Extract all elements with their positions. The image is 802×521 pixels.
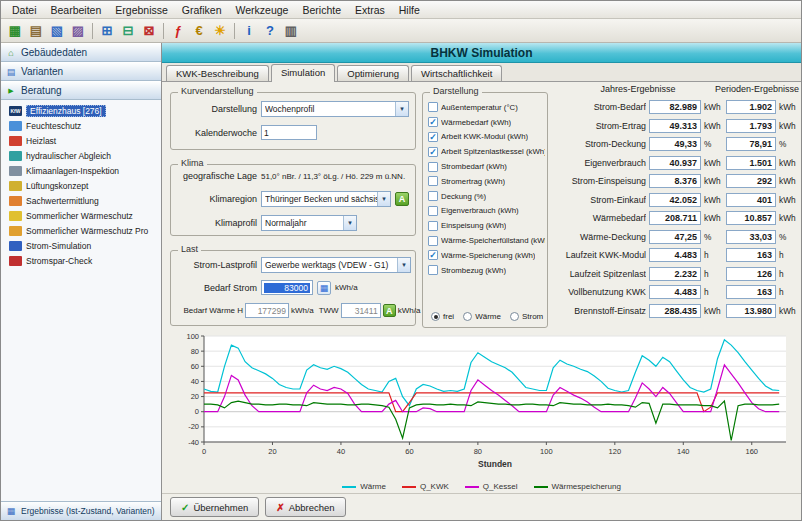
grid-icon[interactable]: ▦	[5, 21, 25, 41]
checkbox-box	[428, 102, 438, 112]
tree-item-sommerlicher-w-rmeschutz[interactable]: Sommerlicher Wärmeschutz	[1, 208, 161, 223]
jahres-value: 4.483	[649, 248, 701, 262]
info-icon[interactable]: i	[239, 21, 259, 41]
klimaregion-assistant-button[interactable]: A	[395, 192, 409, 206]
window-tile-icon[interactable]: ⊟	[118, 21, 138, 41]
window-new-icon[interactable]: ⊞	[97, 21, 117, 41]
tww-assistant-button[interactable]: A	[383, 304, 396, 317]
perioden-row-eigenverbrauch: 1.501kWh	[726, 154, 802, 173]
apply-button[interactable]: ✓ Übernehmen	[170, 497, 259, 517]
help-icon[interactable]: ?	[260, 21, 280, 41]
result-unit: kWh	[779, 121, 799, 131]
sun-icon[interactable]: ☀	[210, 21, 230, 41]
euro-icon[interactable]: €	[189, 21, 209, 41]
checkbox-arbeit-kwk-modul-kwh[interactable]: ✓Arbeit KWK-Modul (kWh)	[428, 130, 545, 145]
legend-item-w-rmespeicherung: Wärmespeicherung	[534, 482, 621, 491]
sidebar-section-varianten[interactable]: ▤ Varianten	[1, 62, 161, 81]
menu-item-berichte[interactable]: Berichte	[295, 3, 348, 17]
result-unit: kWh	[704, 213, 724, 223]
variant-icon	[9, 121, 22, 131]
jahres-value: 40.937	[649, 156, 701, 170]
function-icon[interactable]: ƒ	[168, 21, 188, 41]
cabinet-icon[interactable]: ▤	[26, 21, 46, 41]
menu-item-ergebnisse[interactable]: Ergebnisse	[108, 3, 175, 17]
checkbox-stromertrag-kwh[interactable]: Stromertrag (kWh)	[428, 174, 545, 189]
klimaprofil-value: Normaljahr	[265, 218, 343, 228]
sidebar-section-ergebnisse[interactable]: ▦ Ergebnisse (Ist-Zustand, Varianten)	[1, 501, 161, 520]
menu-item-grafiken[interactable]: Grafiken	[175, 3, 229, 17]
perioden-row-brennstoff-einsatz: 13.980kWh	[726, 302, 802, 321]
checkbox-deckung[interactable]: Deckung (%)	[428, 189, 545, 204]
tab-wirtschaftlichkeit[interactable]: Wirtschaftlichkeit	[411, 65, 502, 81]
jahres-row-eigenverbrauch: Eigenverbrauch40.937kWh	[552, 154, 724, 173]
chevron-down-icon: ▾	[395, 102, 408, 116]
bhkw-panel: BHKW Simulation KWK-BeschreibungSimulati…	[162, 43, 801, 520]
bedarf-waerme-input[interactable]: 177299	[245, 303, 289, 318]
tab-kwk-beschreibung[interactable]: KWK-Beschreibung	[166, 65, 269, 81]
checkbox-w-rme-speicherung-kwh[interactable]: ✓Wärme-Speicherung (kWh)	[428, 248, 545, 263]
checkbox-arbeit-spitzenlastkessel-kwh[interactable]: ✓Arbeit Spitzenlastkessel (kWh)	[428, 144, 545, 159]
value-table-icon[interactable]: ▦	[317, 281, 331, 295]
checkbox-w-rmebedarf-kwh[interactable]: ✓Wärmebedarf (kWh)	[428, 115, 545, 130]
darstellung-select[interactable]: Wochenprofil ▾	[261, 101, 409, 117]
jahres-rows: Strom-Bedarf82.989kWhStrom-Ertrag49.313k…	[552, 98, 724, 320]
klimaprofil-select[interactable]: Normaljahr ▾	[261, 215, 357, 231]
tww-input[interactable]: 31411	[341, 303, 381, 318]
app-window: DateiBearbeitenErgebnisseGrafikenWerkzeu…	[0, 0, 802, 521]
radio-w-rme[interactable]: Wärme	[463, 312, 501, 321]
menu-item-datei[interactable]: Datei	[5, 3, 44, 17]
tree-item-klimaanlagen-inspektion[interactable]: Klimaanlagen-Inspektion	[1, 163, 161, 178]
strom-lastprofil-select[interactable]: Gewerbe werktags (VDEW - G1) ▾	[261, 257, 411, 273]
variant-icon	[9, 166, 22, 176]
chart-legend: WärmeQ_KWKQ_KesselWärmespeicherung	[342, 480, 621, 493]
tree-item-stromspar-check[interactable]: Stromspar-Check	[1, 253, 161, 268]
checkbox-strombezug-kwh[interactable]: Strombezug (kWh)	[428, 263, 545, 278]
bedarf-strom-input[interactable]: 83000	[261, 280, 313, 295]
window-close-icon[interactable]: ⊠	[139, 21, 159, 41]
checkbox-eigenverbrauch-kwh[interactable]: Eigenverbrauch (kWh)	[428, 204, 545, 219]
perioden-value: 10.857	[726, 211, 776, 225]
tree-item-feuchteschutz[interactable]: Feuchteschutz	[1, 118, 161, 133]
tree-item-label: Strom-Simulation	[26, 241, 91, 251]
menu-item-extras[interactable]: Extras	[348, 3, 392, 17]
tree-item-l-ftungskonzept[interactable]: Lüftungskonzept	[1, 178, 161, 193]
tree-item-heizlast[interactable]: Heizlast	[1, 133, 161, 148]
klimaregion-select[interactable]: Thüringer Becken und sächsisches Hügella…	[261, 191, 391, 207]
menu-item-bearbeiten[interactable]: Bearbeiten	[44, 3, 109, 17]
tab-simulation[interactable]: Simulation	[271, 64, 335, 82]
sidebar-section-gebaeudedaten[interactable]: ⌂ Gebäudedaten	[1, 43, 161, 62]
variant-icon	[9, 151, 22, 161]
radio-strom[interactable]: Strom	[510, 312, 543, 321]
legend-item-q-kwk: Q_KWK	[402, 482, 449, 491]
tree-item-hydraulischer-abgleich[interactable]: hydraulischer Abgleich	[1, 148, 161, 163]
brush-icon[interactable]: ▨	[68, 21, 88, 41]
menu-item-werkzeuge[interactable]: Werkzeuge	[229, 3, 296, 17]
report-icon[interactable]: ▥	[281, 21, 301, 41]
draw-icon[interactable]: ▧	[47, 21, 67, 41]
checkbox-au-entemperatur-c[interactable]: Außentemperatur (°C)	[428, 100, 545, 115]
checkbox-w-rme-speicherf-llstand-kwh[interactable]: Wärme-Speicherfüllstand (kWh)	[428, 233, 545, 248]
radio-circle-icon	[510, 312, 519, 321]
tree-item-sachwertermittlung[interactable]: Sachwertermittlung	[1, 193, 161, 208]
checkbox-einspeisung-kwh[interactable]: Einspeisung (kWh)	[428, 218, 545, 233]
tree-item-strom-simulation[interactable]: Strom-Simulation	[1, 238, 161, 253]
checkbox-box: ✓	[428, 147, 438, 157]
kalenderwoche-input[interactable]: 1	[261, 125, 317, 140]
jahres-row-strom-einspeisung: Strom-Einspeisung8.376kWh	[552, 172, 724, 191]
checkbox-strombedarf-kwh[interactable]: Strombedarf (kWh)	[428, 159, 545, 174]
tree-item-sommerlicher-w-rmeschutz-pro[interactable]: Sommerlicher Wärmeschutz Pro	[1, 223, 161, 238]
cancel-button[interactable]: ✗ Abbrechen	[265, 497, 345, 517]
menu-item-hilfe[interactable]: Hilfe	[392, 3, 427, 17]
checkbox-box	[428, 206, 438, 216]
tree-item-effizienzhaus-276[interactable]: KfWEffizienzhaus [276]	[1, 103, 161, 118]
radio-frei[interactable]: frei	[431, 312, 454, 321]
toolbar: ▦▤▧▨⊞⊟⊠ƒ€☀i?▥	[1, 19, 801, 43]
svg-text:40: 40	[190, 377, 198, 386]
sidebar-section-beratung[interactable]: ▶ Beratung	[1, 81, 161, 100]
tab-optimierung[interactable]: Optimierung	[337, 65, 409, 81]
perioden-row-strom-deckung: 78,91%	[726, 135, 802, 154]
tree-item-label: Effizienzhaus [276]	[26, 105, 106, 117]
variant-icon: KfW	[9, 106, 22, 116]
legend-label: Q_KWK	[420, 482, 449, 491]
jahres-row-vollbenutzung-kwk: Vollbenutzung KWK4.483h	[552, 283, 724, 302]
